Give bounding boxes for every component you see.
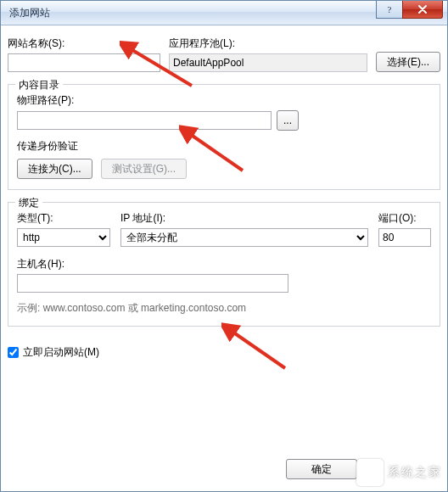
binding-example-text: 示例: www.contoso.com 或 marketing.contoso.…	[17, 301, 431, 316]
window-title: 添加网站	[9, 6, 50, 20]
start-now-checkbox[interactable]	[8, 347, 19, 358]
binding-host-input[interactable]	[17, 274, 288, 293]
binding-ip-label: IP 地址(I):	[120, 211, 368, 226]
site-name-label: 网站名称(S):	[8, 36, 160, 51]
site-name-input[interactable]	[8, 53, 160, 72]
test-settings-button: 测试设置(G)...	[101, 159, 187, 179]
physical-path-label: 物理路径(P):	[17, 93, 431, 108]
connect-as-button[interactable]: 连接为(C)...	[17, 159, 92, 179]
binding-port-label: 端口(O):	[378, 211, 431, 226]
content-dir-legend: 内容目录	[15, 78, 63, 92]
watermark: 系统之家	[356, 459, 442, 486]
binding-type-select[interactable]: http	[17, 228, 110, 247]
watermark-text: 系统之家	[388, 465, 442, 480]
titlebar: 添加网站 ?	[1, 1, 447, 25]
content-dir-fieldset: 内容目录 物理路径(P): ... 传递身份验证 连接为(C)... 测试设置(…	[8, 84, 440, 190]
svg-text:?: ?	[388, 4, 392, 14]
passthrough-auth-label: 传递身份验证	[17, 139, 431, 154]
client-area: 网站名称(S): 应用程序池(L): 选择(E)... 内容目录 物理路径(P)…	[8, 31, 440, 484]
watermark-logo-icon	[356, 459, 384, 486]
start-now-row: 立即启动网站(M)	[8, 345, 440, 360]
window-buttons: ?	[377, 1, 443, 19]
binding-host-label: 主机名(H):	[17, 257, 431, 271]
binding-port-input[interactable]	[378, 228, 431, 247]
binding-legend: 绑定	[15, 196, 42, 210]
help-button[interactable]: ?	[376, 1, 403, 19]
physical-path-input[interactable]	[17, 111, 272, 130]
ok-button[interactable]: 确定	[286, 459, 357, 479]
row-sitename-apppool: 网站名称(S): 应用程序池(L): 选择(E)...	[8, 36, 440, 72]
app-pool-label: 应用程序池(L):	[169, 36, 367, 51]
start-now-label: 立即启动网站(M)	[23, 345, 99, 360]
app-pool-input	[169, 53, 367, 72]
browse-path-button[interactable]: ...	[277, 110, 299, 131]
binding-ip-select[interactable]: 全部未分配	[120, 228, 368, 247]
close-button[interactable]	[402, 1, 443, 19]
select-app-pool-button[interactable]: 选择(E)...	[376, 52, 440, 72]
binding-type-label: 类型(T):	[17, 211, 110, 226]
dialog-window: 添加网站 ? 网站名称(S): 应用程序池(L): 选择(E)...	[0, 0, 448, 492]
binding-fieldset: 绑定 类型(T): http IP 地址(I): 全部未分配 端口(O):	[8, 202, 440, 327]
